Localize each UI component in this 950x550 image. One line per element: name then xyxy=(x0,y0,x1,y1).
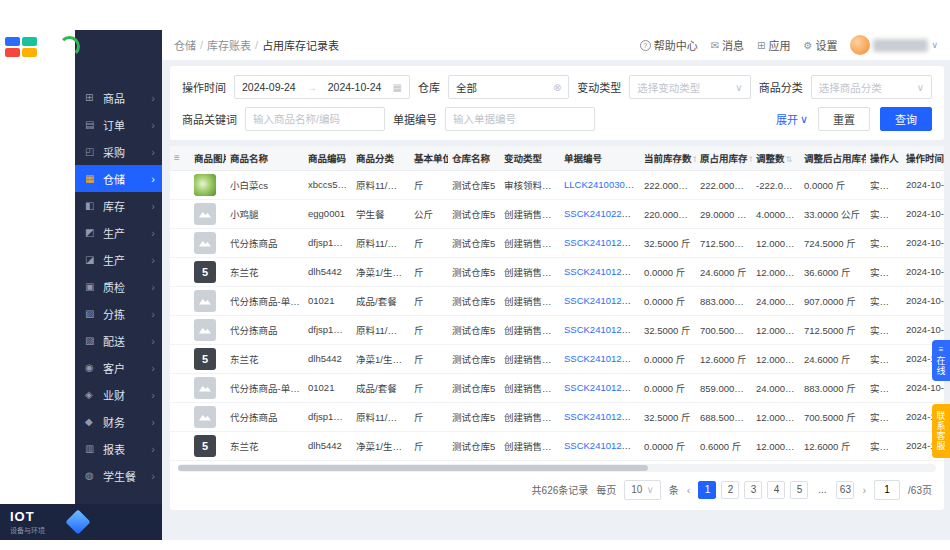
sidebar-item-production2[interactable]: ◪生产› xyxy=(75,246,162,273)
cell-after: 33.0000 公斤 xyxy=(800,199,866,228)
category-select[interactable]: 选择商品分类 ∨ xyxy=(811,75,932,99)
clear-circle-icon[interactable]: ⊗ xyxy=(553,82,561,93)
chevron-down-icon: ∨ xyxy=(646,484,653,495)
page-number[interactable]: 5 xyxy=(790,481,808,499)
doc-number-link[interactable]: SSCK24101200001 xyxy=(564,440,640,451)
doc-number-input[interactable] xyxy=(445,107,595,131)
settings-button[interactable]: ⚙ 设置 xyxy=(803,37,837,53)
help-icon: ? xyxy=(640,40,651,51)
online-service-tab[interactable]: ≡ 在线 xyxy=(932,340,950,381)
cell-after: 0.0000 斤 xyxy=(800,170,866,199)
cell-change_type: 创建销售出库 xyxy=(500,344,560,373)
page-number[interactable]: 2 xyxy=(721,481,739,499)
reset-button[interactable]: 重置 xyxy=(818,107,870,131)
search-button[interactable]: 查询 xyxy=(880,107,932,131)
doc-number-link[interactable]: SSCK24101200002 xyxy=(564,411,640,422)
sidebar-item-warehouse[interactable]: ▦仓储› xyxy=(75,165,162,192)
column-settings-icon[interactable]: ≡ xyxy=(170,146,190,170)
column-header: 商品图片 xyxy=(190,146,226,170)
sidebar-item-label: 仓储 xyxy=(103,171,151,187)
page-number[interactable]: 1 xyxy=(698,481,716,499)
cell-name: 代分拣商品 xyxy=(226,402,304,431)
sidebar-item-delivery[interactable]: ▨配送› xyxy=(75,327,162,354)
iot-badge[interactable]: IOT 设备与环境 xyxy=(0,504,162,540)
breadcrumb-item[interactable]: 仓储 xyxy=(174,37,196,53)
help-center-button[interactable]: ? 帮助中心 xyxy=(640,37,698,53)
column-header: 商品分类 xyxy=(352,146,410,170)
cell-category: 净菜1/生鲜shu菜类... xyxy=(352,431,410,460)
doc-number-link[interactable]: SSCK24101200002 xyxy=(564,353,640,364)
cell-original: 29.0000 公斤 xyxy=(696,199,752,228)
prev-page-button[interactable]: ‹ xyxy=(687,484,691,496)
sidebar-item-purchase[interactable]: ◰采购› xyxy=(75,138,162,165)
help-label: 帮助中心 xyxy=(654,37,698,53)
doc-number-link[interactable]: SSCK24101200003 xyxy=(564,266,640,277)
inventory-icon: ◧ xyxy=(85,200,98,211)
page-jump-input[interactable] xyxy=(874,480,900,500)
apps-button[interactable]: ⊞ 应用 xyxy=(757,37,790,53)
sidebar-item-inventory[interactable]: ◧库存› xyxy=(75,192,162,219)
sidebar-item-finance[interactable]: ◆财务› xyxy=(75,408,162,435)
next-page-button[interactable]: › xyxy=(862,484,866,496)
cell-name: 小鸡腿 xyxy=(226,199,304,228)
sort-icon[interactable]: ⇅ xyxy=(749,155,752,164)
sidebar-item-meal[interactable]: ◍学生餐› xyxy=(75,462,162,489)
sidebar-item-reports[interactable]: ▥报表› xyxy=(75,435,162,462)
change-type-select[interactable]: 选择变动类型 ∨ xyxy=(629,75,750,99)
cell-name: 代分拣商品-单位换算 xyxy=(226,286,304,315)
cell-unit: 斤 xyxy=(410,373,448,402)
warehouse-select[interactable]: 全部 ⊗ xyxy=(448,75,569,99)
topbar-right: ? 帮助中心 ✉ 消息 ⊞ 应用 ⚙ 设置 ∨ xyxy=(640,35,938,55)
sort-icon[interactable]: ⇅ xyxy=(786,155,793,164)
column-header: 基本单位 xyxy=(410,146,448,170)
date-range-picker[interactable]: 2024-09-24 → 2024-10-24 ▦ xyxy=(234,75,410,99)
breadcrumb-item[interactable]: 库存账表 xyxy=(207,37,251,53)
sidebar-item-label: 库存 xyxy=(103,198,151,214)
message-icon: ✉ xyxy=(711,40,719,51)
cell-current: 0.0000 斤 xyxy=(640,286,696,315)
cell-adjust: 12.0000 斤 xyxy=(752,344,800,373)
sidebar-item-customers[interactable]: ◉客户› xyxy=(75,354,162,381)
expand-toggle[interactable]: 展开 ∨ xyxy=(776,111,808,127)
sidebar-item-goods[interactable]: ⊞商品› xyxy=(75,84,162,111)
sidebar-item-quality[interactable]: ▣质检› xyxy=(75,273,162,300)
cell-change_type: 创建销售出库 xyxy=(500,257,560,286)
doc-number-link[interactable]: SSCK24101200003 xyxy=(564,295,640,306)
sidebar-item-production[interactable]: ◩生产› xyxy=(75,219,162,246)
date-to-value[interactable]: 2024-10-24 xyxy=(328,81,382,93)
sidebar-item-orders[interactable]: ▤订单› xyxy=(75,111,162,138)
cell-current: 0.0000 斤 xyxy=(640,257,696,286)
messages-button[interactable]: ✉ 消息 xyxy=(711,37,744,53)
sidebar-item-bizfinance[interactable]: ◈业财› xyxy=(75,381,162,408)
doc-number-link[interactable]: SSCK24101200004 xyxy=(564,237,640,248)
per-page-select[interactable]: 10 ∨ xyxy=(624,480,660,500)
keyword-input[interactable] xyxy=(245,107,385,131)
user-menu[interactable]: ∨ xyxy=(850,35,938,55)
contact-support-tab[interactable]: 联系客服 xyxy=(932,404,950,458)
date-from-value[interactable]: 2024-09-24 xyxy=(242,81,296,93)
cell-adjust: 4.0000 公斤 xyxy=(752,199,800,228)
sidebar-item-label: 订单 xyxy=(103,117,151,133)
doc-number-link[interactable]: SSCK24101200003 xyxy=(564,324,640,335)
cell-adjust: 12.0000 斤 xyxy=(752,402,800,431)
horizontal-scrollbar-thumb[interactable] xyxy=(178,465,648,471)
cell-unit: 斤 xyxy=(410,431,448,460)
page-number[interactable]: 4 xyxy=(767,481,785,499)
page-number[interactable]: 3 xyxy=(744,481,762,499)
cell-operator: 实施02 xyxy=(866,402,902,431)
cell-unit: 斤 xyxy=(410,344,448,373)
doc-number-link[interactable]: LLCK24100300001 xyxy=(564,179,640,190)
table-row: 5东兰花dlh5442净菜1/生鲜shu菜类...斤测试仓库5创建销售出库SSC… xyxy=(170,344,944,373)
cell-adjust: 12.0000 斤 xyxy=(752,315,800,344)
page-number[interactable]: 63 xyxy=(836,481,854,499)
doc-number-link[interactable]: SSCK24102200001 xyxy=(564,208,640,219)
chevron-right-icon: › xyxy=(151,416,155,428)
chevron-right-icon: › xyxy=(151,443,155,455)
doc-number-link[interactable]: SSCK24101200002 xyxy=(564,382,640,393)
cell-code: dlh5442 xyxy=(304,344,352,373)
meal-icon: ◍ xyxy=(85,470,98,481)
table-row: 代分拣商品dfjsp1607原料11/生鲜类斤测试仓库5创建销售出库SSCK24… xyxy=(170,402,944,431)
service-icon: ≡ xyxy=(939,345,944,354)
sort-icon[interactable]: ⇅ xyxy=(693,155,696,164)
sidebar-item-sorting[interactable]: ▧分拣› xyxy=(75,300,162,327)
